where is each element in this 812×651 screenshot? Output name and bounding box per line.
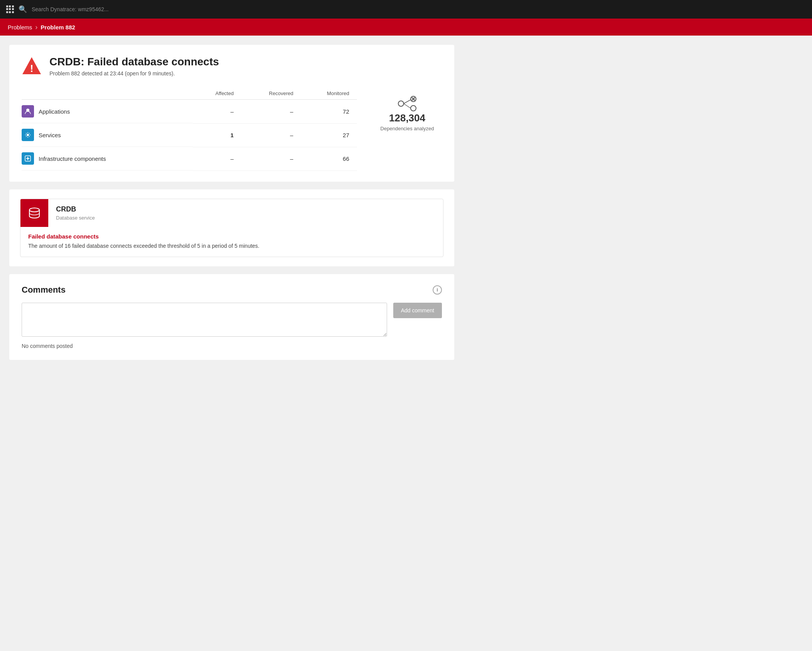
svg-text:!: !: [30, 63, 34, 74]
problem-subtitle: Problem 882 detected at 23:44 (open for …: [49, 70, 219, 77]
svg-point-5: [398, 101, 404, 106]
breadcrumb-separator: ›: [35, 23, 37, 31]
service-type: Database service: [56, 215, 95, 221]
problem-detail-card: CRDB Database service Failed database co…: [9, 189, 454, 266]
col-monitored: Monitored: [301, 87, 357, 100]
svg-line-8: [404, 100, 411, 104]
col-affected: Affected: [193, 87, 241, 100]
service-info: CRDB Database service: [48, 199, 102, 227]
services-recovered: –: [241, 123, 301, 147]
applications-affected: –: [193, 100, 241, 124]
services-affected: 1: [193, 123, 241, 147]
problem-header: ! CRDB: Failed database connects Problem…: [22, 56, 442, 77]
dependencies-label: Dependencies analyzed: [381, 126, 434, 131]
comment-textarea[interactable]: [22, 303, 387, 337]
search-placeholder[interactable]: Search Dynatrace: wmz95462...: [32, 6, 109, 12]
stats-table: Affected Recovered Monitored: [22, 87, 357, 171]
add-comment-button[interactable]: Add comment: [393, 303, 442, 318]
applications-recovered: –: [241, 100, 301, 124]
col-recovered: Recovered: [241, 87, 301, 100]
event-description: The amount of 16 failed database connect…: [28, 243, 435, 249]
search-icon: 🔍: [19, 5, 27, 14]
problem-title: CRDB: Failed database connects: [49, 56, 219, 68]
services-icon: [22, 129, 34, 141]
infrastructure-label: Infrastructure components: [39, 155, 106, 162]
top-nav: 🔍 Search Dynatrace: wmz95462...: [0, 0, 812, 19]
comments-card: Comments i Add comment No comments poste…: [9, 274, 454, 360]
col-entity: [22, 87, 193, 100]
applications-monitored: 72: [301, 100, 357, 124]
breadcrumb-parent[interactable]: Problems: [8, 24, 32, 31]
breadcrumb-bar: Problems › Problem 882: [0, 19, 812, 36]
no-comments-label: No comments posted: [22, 343, 442, 349]
infrastructure-monitored: 66: [301, 147, 357, 170]
database-icon: [27, 206, 41, 220]
service-card: CRDB Database service Failed database co…: [20, 199, 443, 257]
breadcrumb-current: Problem 882: [41, 24, 75, 31]
comments-title: Comments: [22, 285, 66, 295]
event-title: Failed database connects: [28, 233, 435, 240]
svg-point-7: [411, 106, 416, 111]
warning-icon: !: [22, 56, 42, 76]
grid-menu-icon[interactable]: [6, 5, 14, 13]
services-label: Services: [39, 132, 61, 138]
infrastructure-icon: [22, 152, 34, 165]
problem-event: Failed database connects The amount of 1…: [20, 227, 443, 257]
applications-label: Applications: [39, 108, 70, 115]
service-header: CRDB Database service: [20, 199, 443, 227]
info-icon[interactable]: i: [433, 285, 442, 295]
infrastructure-recovered: –: [241, 147, 301, 170]
comments-header: Comments i: [22, 285, 442, 295]
services-monitored: 27: [301, 123, 357, 147]
comment-input-area: Add comment: [22, 303, 442, 337]
table-row: Infrastructure components – – 66: [22, 147, 357, 170]
stats-section: Affected Recovered Monitored: [22, 87, 442, 171]
table-row: Services 1 – 27: [22, 123, 357, 147]
dependencies-icon: [397, 95, 417, 112]
svg-point-3: [27, 134, 29, 136]
dependencies-count: 128,304: [389, 112, 425, 124]
service-name[interactable]: CRDB: [56, 205, 95, 213]
problem-title-area: CRDB: Failed database connects Problem 8…: [49, 56, 219, 77]
table-row: Applications – – 72: [22, 100, 357, 124]
applications-icon: [22, 105, 34, 118]
main-content: ! CRDB: Failed database connects Problem…: [0, 36, 464, 369]
problem-header-card: ! CRDB: Failed database connects Problem…: [9, 45, 454, 182]
dependencies-panel: 128,304 Dependencies analyzed: [372, 87, 442, 131]
svg-point-13: [29, 208, 39, 212]
service-icon-box: [20, 199, 48, 227]
svg-line-9: [404, 104, 411, 108]
infrastructure-affected: –: [193, 147, 241, 170]
